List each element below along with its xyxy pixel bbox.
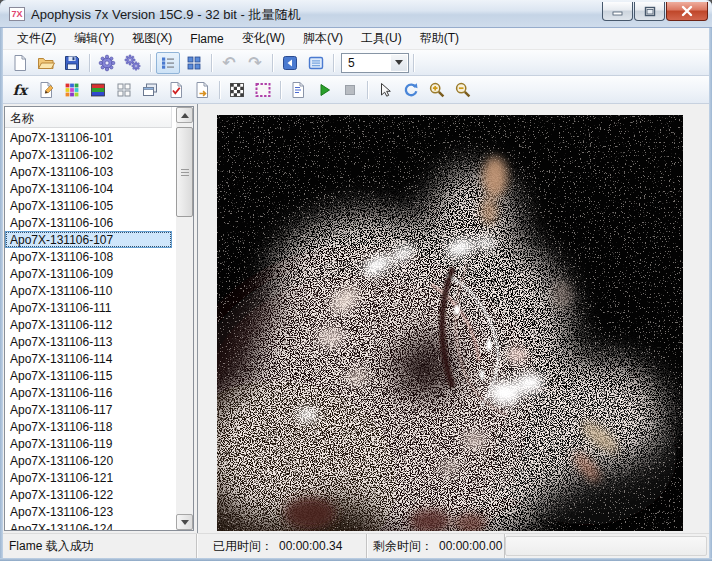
close-button[interactable] [666,2,708,21]
elapsed-time-panel: 已用时间： 00:00:00.34 [197,534,367,558]
list-item[interactable]: Apo7X-131106-104 [5,180,172,197]
list-item[interactable]: Apo7X-131106-115 [5,367,172,384]
menu-item[interactable]: 帮助(T) [411,27,468,50]
new-flame-icon [11,54,29,72]
mutation-button[interactable] [112,79,136,101]
fx-icon: fx [13,83,27,97]
list-item[interactable]: Apo7X-131106-108 [5,248,172,265]
select-cursor-button[interactable] [373,79,397,101]
menu-item[interactable]: 视图(X) [123,27,181,50]
cursor-icon [376,81,394,99]
checklist-doc-icon [167,81,185,99]
maximize-button[interactable] [634,2,665,21]
render-frame-button[interactable] [251,79,275,101]
list-item[interactable]: Apo7X-131106-118 [5,418,172,435]
flame-list: 名称 Apo7X-131106-101Apo7X-131106-102Apo7X… [4,106,194,531]
render-flame-button[interactable] [95,52,119,74]
list-item[interactable]: Apo7X-131106-116 [5,384,172,401]
stop-script-button[interactable] [338,79,362,101]
list-item[interactable]: Apo7X-131106-102 [5,146,172,163]
list-item[interactable]: Apo7X-131106-106 [5,214,172,231]
menu-item[interactable]: 工具(U) [352,27,411,50]
minimize-icon [612,6,624,16]
menu-item[interactable]: 编辑(Y) [65,27,123,50]
toolbar-separator [280,81,281,99]
rotate-flame-button[interactable] [399,79,423,101]
render-window-icon [307,54,325,72]
scroll-up-button[interactable] [176,107,193,123]
elapsed-time-label: 已用时间： [213,538,273,555]
fractal-render-image [217,115,683,531]
list-item[interactable]: Apo7X-131106-114 [5,350,172,367]
list-item[interactable]: Apo7X-131106-122 [5,486,172,503]
list-view-button[interactable] [156,52,180,74]
maximize-icon [644,6,656,17]
list-item[interactable]: Apo7X-131106-107 [5,231,172,248]
zoom-in-button[interactable] [425,79,449,101]
list-item[interactable]: Apo7X-131106-119 [5,435,172,452]
export-flame-button[interactable] [190,79,214,101]
quality-dropdown-value: 5 [348,56,355,70]
save-flame-button[interactable] [60,52,84,74]
script-editor-button[interactable] [286,79,310,101]
full-variation-button[interactable]: fx [8,79,32,101]
undo-button[interactable]: ↶ [217,52,241,74]
list-item[interactable]: Apo7X-131106-120 [5,452,172,469]
flame-editor-button[interactable] [34,79,58,101]
palette-grid-icon [63,81,81,99]
stacked-windows-icon [141,81,159,99]
list-item[interactable]: Apo7X-131106-101 [5,129,172,146]
open-folder-icon [37,54,55,72]
menu-item[interactable]: 文件(Z) [8,27,65,50]
undo-icon: ↶ [222,55,235,71]
mutation-grid-icon [115,81,133,99]
list-item[interactable]: Apo7X-131106-110 [5,282,172,299]
list-item[interactable]: Apo7X-131106-111 [5,299,172,316]
elapsed-time-value: 00:00:00.34 [279,539,342,553]
adjust-palette-button[interactable] [60,79,84,101]
list-item[interactable]: Apo7X-131106-113 [5,333,172,350]
menu-item[interactable]: 脚本(V) [294,27,352,50]
redo-button[interactable]: ↷ [243,52,267,74]
toolbar-separator [150,54,151,72]
thumbnail-view-button[interactable] [182,52,206,74]
list-item[interactable]: Apo7X-131106-117 [5,401,172,418]
dropdown-arrow-zone[interactable] [391,55,407,71]
transparency-toggle-button[interactable] [225,79,249,101]
scroll-thumb[interactable] [176,127,193,217]
gradient-button[interactable] [86,79,110,101]
menu-item[interactable]: 变化(W) [233,27,294,50]
list-item[interactable]: Apo7X-131106-124 [5,520,172,530]
flame-list-header[interactable]: 名称 [5,107,172,128]
show-render-window-button[interactable] [304,52,328,74]
list-item[interactable]: Apo7X-131106-112 [5,316,172,333]
toolbar-separator [219,81,220,99]
triangle-up-icon [181,113,189,118]
list-item[interactable]: Apo7X-131106-109 [5,265,172,282]
new-flame-button[interactable] [8,52,32,74]
close-icon [681,5,693,17]
options-button[interactable] [164,79,188,101]
panel-splitter[interactable] [197,104,198,533]
script-doc-icon [289,81,307,99]
window-frame-left [0,28,3,561]
quality-dropdown[interactable]: 5 [341,53,409,73]
scroll-down-button[interactable] [176,514,193,530]
list-scrollbar[interactable] [176,107,193,530]
list-item[interactable]: Apo7X-131106-123 [5,503,172,520]
thumb-grip-icon [181,169,189,177]
open-file-button[interactable] [34,52,58,74]
thumbnail-view-icon [185,54,203,72]
previous-flame-button[interactable] [278,52,302,74]
flame-stack-button[interactable] [138,79,162,101]
edit-pencil-icon [37,81,55,99]
list-item[interactable]: Apo7X-131106-105 [5,197,172,214]
run-script-button[interactable] [312,79,336,101]
title-bar[interactable]: 7X Apophysis 7x Version 15C.9 - 32 bit -… [0,0,712,28]
zoom-out-button[interactable] [451,79,475,101]
list-item[interactable]: Apo7X-131106-121 [5,469,172,486]
render-batch-button[interactable] [121,52,145,74]
list-item[interactable]: Apo7X-131106-103 [5,163,172,180]
minimize-button[interactable] [602,2,633,21]
menu-item[interactable]: Flame [181,29,232,49]
